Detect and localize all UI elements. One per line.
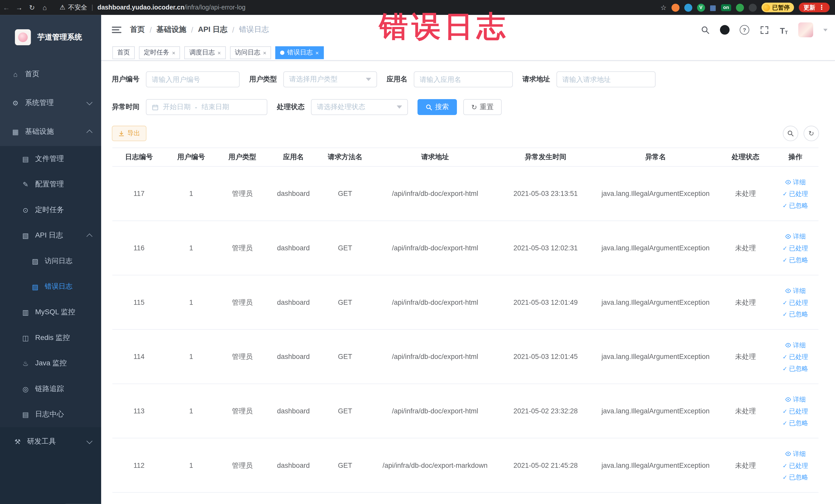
breadcrumb-item[interactable]: API 日志 [198,25,227,35]
app-name-input[interactable] [414,72,513,87]
processed-label: 已处理 [789,461,808,470]
address-bar[interactable]: dashboard.yudao.iocoder.cn/infra/log/api… [97,4,245,11]
avatar-caret-icon[interactable] [823,28,828,31]
sidebar-item-api-log[interactable]: ▧ API 日志 [0,223,101,248]
extension-icon-dark[interactable] [749,3,757,11]
detail-link[interactable]: 详细 [785,231,806,241]
user-avatar[interactable] [798,22,813,37]
table-row: 117 1 管理员 dashboard GET /api/infra/db-do… [113,167,819,221]
sidebar-item-file-manage[interactable]: ▤ 文件管理 [0,146,101,172]
user-type-select[interactable]: 请选择用户类型 [283,72,377,87]
breadcrumb-item[interactable]: 基础设施 [157,25,186,35]
processed-link[interactable]: ✓已处理 [782,406,808,416]
sidebar-item-infra[interactable]: ▦ 基础设施 [0,117,101,146]
cell-app-name: dashboard [268,407,319,415]
ignore-link[interactable]: ✓已忽略 [782,255,808,264]
ignore-link[interactable]: ✓已忽略 [782,201,808,210]
browser-menu-icon[interactable]: ⋮ [819,4,825,11]
close-icon[interactable]: × [172,49,175,56]
close-icon[interactable]: × [218,49,221,56]
pencil-icon: ✎ [21,180,30,188]
search-button-label: 搜索 [435,102,449,112]
cell-actions: 详细 ✓已处理 ✓已忽略 [772,449,818,482]
sidebar-toggle-icon[interactable] [112,27,122,33]
sidebar-item-devtools[interactable]: ⚒ 研发工具 [0,427,101,456]
close-icon[interactable]: × [315,49,319,56]
url-domain: dashboard.yudao.iocoder.cn [97,4,184,11]
close-icon[interactable]: × [263,49,266,56]
check-icon: ✓ [782,298,787,307]
sidebar-item-config-manage[interactable]: ✎ 配置管理 [0,172,101,197]
reset-button[interactable]: ↻ 重置 [463,99,502,115]
extension-icon-green-v[interactable]: V [697,3,705,11]
process-status-select[interactable]: 请选择处理状态 [311,99,408,115]
tab-access-log[interactable]: 访问日志 × [230,46,271,59]
detail-link[interactable]: 详细 [785,340,806,350]
processed-link[interactable]: ✓已处理 [782,243,808,253]
processed-link[interactable]: ✓已处理 [782,461,808,470]
sidebar-item-system[interactable]: ⚙ 系统管理 [0,88,101,117]
tab-home[interactable]: 首页 [113,46,135,59]
cell-actions: 详细 ✓已处理 ✓已忽略 [772,231,818,264]
bookmark-star-icon[interactable]: ☆ [660,3,667,11]
security-chip[interactable]: ⚠ 不安全 [60,3,87,12]
tab-scheduled-job[interactable]: 定时任务 × [139,46,180,59]
sidebar-item-access-log[interactable]: ▨ 访问日志 [0,248,101,274]
detail-link[interactable]: 详细 [785,449,806,458]
browser-back-icon[interactable]: ← [0,3,13,11]
sidebar-logo[interactable]: 芋道管理系统 [0,15,101,60]
sidebar-item-mysql-monitor[interactable]: ▥ MySQL 监控 [0,299,101,325]
ignore-link[interactable]: ✓已忽略 [782,472,808,482]
sidebar-item-log-center[interactable]: ▤ 日志中心 [0,402,101,427]
browser-reload-icon[interactable]: ↻ [26,3,39,11]
browser-update-button[interactable]: 更新 ⋮ [799,3,830,12]
sidebar-item-redis-monitor[interactable]: ◫ Redis 监控 [0,325,101,351]
ignore-link[interactable]: ✓已忽略 [782,309,808,319]
tab-job-log[interactable]: 调度日志 × [185,46,226,59]
sidebar-item-error-log[interactable]: ▨ 错误日志 [0,274,101,299]
toggle-search-button[interactable] [783,126,798,141]
profile-paused-badge[interactable]: 已暂停 [761,3,794,12]
ignore-link[interactable]: ✓已忽略 [782,364,808,373]
help-icon[interactable]: ? [739,24,750,35]
cell-log-id: 115 [113,298,166,306]
tab-error-log[interactable]: 错误日志 × [276,46,324,59]
refresh-table-button[interactable]: ↻ [804,126,819,141]
select-placeholder: 请选择处理状态 [317,102,365,112]
export-button[interactable]: 导出 [112,126,147,141]
browser-forward-icon[interactable]: → [13,3,26,11]
user-id-input[interactable] [146,72,240,87]
github-icon[interactable] [719,24,730,35]
select-placeholder: 请选择用户类型 [289,75,338,84]
search-button[interactable]: 搜索 [418,99,457,115]
rabbit-icon [18,33,28,42]
ignore-link[interactable]: ✓已忽略 [782,418,808,427]
extension-icon-orange[interactable] [671,3,679,11]
sidebar-item-home[interactable]: ⌂ 首页 [0,60,101,88]
cell-app-name: dashboard [268,190,319,198]
extension-icon-on-badge[interactable]: on [721,4,731,11]
extension-icon-blue-drop[interactable] [684,3,692,11]
top-navbar: 首页 / 基础设施 / API 日志 / 错误日志 ? [101,15,835,45]
request-url-input[interactable] [556,72,656,87]
timer-icon: ⊙ [21,206,30,214]
processed-link[interactable]: ✓已处理 [782,189,808,198]
browser-home-icon[interactable]: ⌂ [38,3,51,11]
processed-link[interactable]: ✓已处理 [782,298,808,307]
font-size-icon[interactable]: TT [778,24,789,35]
sidebar-item-java-monitor[interactable]: ♨ Java 监控 [0,350,101,376]
active-dot-icon [280,50,285,55]
date-range-picker[interactable]: 开始日期 - 结束日期 [146,99,267,115]
detail-link[interactable]: 详细 [785,286,806,295]
sidebar-item-scheduled-job[interactable]: ⊙ 定时任务 [0,197,101,223]
extension-icon-blue-grid[interactable]: ▦ [710,4,716,11]
detail-link[interactable]: 详细 [785,395,806,404]
fullscreen-icon[interactable] [759,24,769,35]
detail-link[interactable]: 详细 [785,177,806,187]
extension-icon-green-leaf[interactable] [736,3,744,11]
breadcrumb-item[interactable]: 首页 [130,25,145,35]
sidebar-item-label: 基础设施 [25,127,54,136]
processed-link[interactable]: ✓已处理 [782,352,808,361]
search-icon[interactable] [700,24,710,35]
sidebar-item-trace[interactable]: ◎ 链路追踪 [0,376,101,402]
